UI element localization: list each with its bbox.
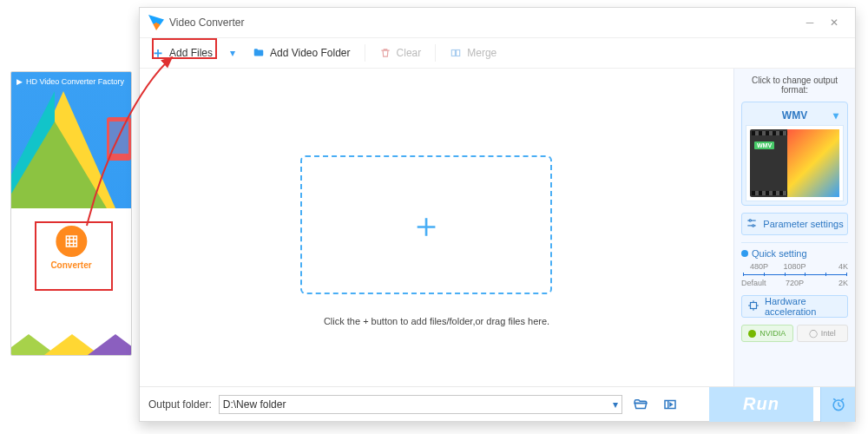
add-folder-button[interactable]: Add Video Folder [244, 41, 359, 65]
trash-icon [379, 47, 391, 59]
dropzone-plus-icon: ＋ [409, 201, 444, 249]
svg-point-9 [749, 220, 751, 221]
launcher-window: ▶HD Video Converter Factory Converter [10, 71, 132, 356]
svg-rect-6 [457, 50, 460, 56]
quick-setting-slider[interactable]: 480P1080P4K Default720P2K [741, 262, 848, 288]
quick-setting-label: Quick setting [752, 248, 807, 259]
hardware-acceleration-button[interactable]: Hardware acceleration [741, 295, 848, 318]
output-folder-input[interactable]: D:\New folder ▾ [219, 395, 622, 414]
intel-chip[interactable]: ◯Intel [797, 325, 849, 342]
output-folder-label: Output folder: [148, 398, 212, 411]
main-area: ＋ Click the + button to add files/folder… [140, 69, 733, 386]
converter-label: Converter [50, 260, 91, 270]
parameter-settings-label: Parameter settings [763, 219, 843, 229]
clear-button[interactable]: Clear [371, 41, 431, 65]
add-files-label: Add Files [169, 47, 213, 59]
svg-line-21 [838, 404, 841, 406]
output-folder-extra-button[interactable] [659, 393, 681, 416]
converter-icon [56, 226, 87, 257]
nvidia-icon [748, 330, 756, 338]
open-folder-button[interactable] [629, 393, 652, 416]
main-window: Video Converter ─ ✕ ＋ Add Files ▾ Add Vi… [139, 7, 856, 422]
svg-line-23 [841, 398, 844, 400]
launcher-title: ▶HD Video Converter Factory [11, 72, 131, 91]
run-button[interactable]: Run [709, 387, 813, 422]
wmv-badge: WMV [754, 141, 774, 149]
merge-label: Merge [467, 47, 496, 59]
svg-point-10 [753, 225, 754, 227]
launcher-banner [11, 91, 131, 208]
nvidia-chip[interactable]: NVIDIA [741, 325, 793, 342]
window-title: Video Converter [169, 16, 245, 29]
folder-icon [253, 47, 265, 59]
add-files-button[interactable]: ＋ Add Files [143, 41, 221, 65]
toolbar: ＋ Add Files ▾ Add Video Folder Clear Mer… [140, 37, 855, 69]
svg-rect-11 [751, 303, 757, 309]
app-logo-icon [148, 15, 164, 30]
minimize-button[interactable]: ─ [798, 10, 822, 35]
chevron-down-icon: ▾ [833, 109, 838, 122]
output-format-label: WMV [782, 109, 807, 122]
sliders-icon [746, 217, 758, 231]
quick-setting: Quick setting 480P1080P4K Default720P2K [741, 242, 848, 288]
knob-icon [741, 250, 748, 257]
parameter-settings-button[interactable]: Parameter settings [741, 213, 848, 235]
alarm-button[interactable] [820, 387, 855, 422]
clear-label: Clear [397, 47, 422, 59]
dropzone[interactable]: ＋ [300, 155, 552, 294]
merge-icon [450, 47, 462, 59]
merge-button[interactable]: Merge [441, 41, 505, 65]
add-folder-label: Add Video Folder [270, 47, 351, 59]
output-format-heading: Click to change output format: [741, 76, 848, 95]
dropzone-hint: Click the + button to add files/folder,o… [140, 316, 733, 326]
hardware-acceleration-label: Hardware acceleration [765, 296, 842, 317]
chevron-down-icon: ▾ [613, 398, 618, 411]
titlebar: Video Converter ─ ✕ [140, 8, 855, 37]
launcher-body: Converter [11, 208, 131, 356]
side-panel: Click to change output format: WMV ▾ WMV… [733, 69, 855, 386]
plus-icon: ＋ [152, 47, 164, 59]
chip-icon [747, 299, 760, 313]
output-format-card[interactable]: WMV ▾ WMV [741, 102, 848, 206]
footer: Output folder: D:\New folder ▾ Run [140, 386, 855, 421]
svg-line-22 [833, 398, 836, 400]
svg-rect-0 [66, 236, 76, 247]
svg-marker-18 [670, 403, 672, 405]
intel-icon: ◯ [809, 329, 818, 338]
format-thumbnail: WMV [746, 125, 844, 201]
output-folder-value: D:\New folder [223, 398, 286, 411]
close-button[interactable]: ✕ [822, 10, 846, 35]
add-files-dropdown[interactable]: ▾ [228, 47, 237, 59]
converter-button[interactable]: Converter [50, 226, 91, 270]
svg-rect-5 [452, 50, 456, 56]
